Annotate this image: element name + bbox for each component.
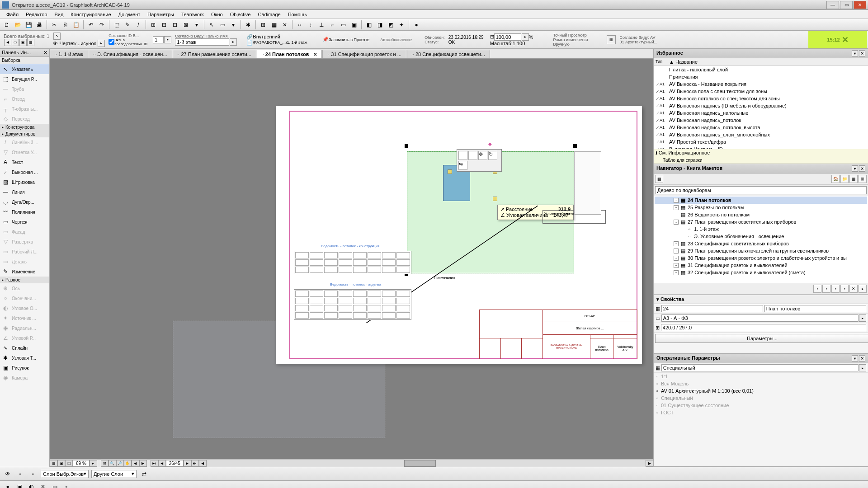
document-tab[interactable]: ▫1. 1-й этаж: [50, 50, 88, 58]
panel-close-icon[interactable]: ✕: [859, 355, 865, 361]
cursor-icon[interactable]: ↖: [207, 20, 217, 30]
tree-item[interactable]: +▦25 Разрезы по потолкам: [655, 204, 867, 211]
panel-opts-icon[interactable]: ▾: [852, 165, 858, 172]
pick-icon[interactable]: ↖: [53, 33, 61, 40]
panel-close-icon[interactable]: ✕: [859, 50, 865, 56]
document-tab[interactable]: ▫27 План размещения освети...: [173, 50, 256, 58]
opparam-item[interactable]: ▫ГОСТ: [654, 409, 868, 416]
tool-item[interactable]: ∿Сплайн: [0, 343, 49, 353]
col-name[interactable]: ▲ Название: [669, 59, 698, 65]
bt5-icon[interactable]: ▭: [50, 482, 60, 488]
print-icon[interactable]: 🖶: [34, 20, 44, 30]
dim3-icon[interactable]: ⊥: [316, 20, 326, 30]
tool5-icon[interactable]: ▭: [217, 20, 227, 30]
ctx-rotate-icon[interactable]: ↻: [488, 151, 497, 160]
seq-checkbox[interactable]: [108, 39, 114, 45]
tree-new3-icon[interactable]: ▫: [831, 285, 840, 293]
favorite-item[interactable]: ⟋A1AV Выносная надпись_напольные: [654, 109, 868, 117]
ctx-btn-icon[interactable]: [468, 151, 477, 160]
special-input[interactable]: [661, 364, 859, 371]
favorite-item[interactable]: ⟋A1Выносная Надпись - ID: [654, 145, 868, 149]
favorite-item[interactable]: ⟋A1AV Простой текст/цифра: [654, 138, 868, 145]
tool7-icon[interactable]: ✱: [243, 20, 253, 30]
tool9-icon[interactable]: ✕: [280, 20, 290, 30]
nav-btn4-icon[interactable]: ⊞: [859, 175, 867, 183]
hscroll-thumb[interactable]: [404, 460, 436, 467]
nav-sel-icon[interactable]: ▣: [19, 39, 27, 46]
zoom-next-icon[interactable]: ▶: [139, 460, 147, 467]
layer3-icon[interactable]: ◩: [386, 20, 396, 30]
prop-id-input[interactable]: [661, 305, 763, 312]
close-button[interactable]: ✕: [854, 1, 866, 9]
zoom-dd-icon[interactable]: ▸: [90, 460, 97, 467]
tool-item[interactable]: ▣Рисунок: [0, 363, 49, 373]
tree-item[interactable]: +▦29 План размещения выключателей на гру…: [655, 247, 867, 254]
menu-конструирование[interactable]: Конструирование: [67, 11, 114, 18]
tree-item[interactable]: ▦26 Ведомость по потолкам: [655, 211, 867, 218]
tree-item[interactable]: +▦31 Спецификация розеток и выключателей: [655, 262, 867, 269]
layer-other-dd[interactable]: Другие Слои▾: [91, 470, 137, 478]
tree-del-icon[interactable]: ✕: [849, 285, 858, 293]
open-icon[interactable]: 📂: [13, 20, 23, 30]
bt3-icon[interactable]: ◐: [26, 482, 36, 488]
tool-item[interactable]: ◡Дуга/Окр...: [0, 197, 49, 207]
layer2-icon[interactable]: ◨: [375, 20, 385, 30]
tool-item[interactable]: ⬚Бегущая Р...: [0, 74, 49, 84]
tree-toggle-icon[interactable]: +: [674, 256, 679, 261]
tree-item[interactable]: ▫Э. Условные обозначения - освещение: [655, 233, 867, 240]
grid-icon[interactable]: ⊞: [258, 20, 268, 30]
layer-opt1-icon[interactable]: ▫: [15, 469, 25, 479]
menu-teamwork[interactable]: Teamwork: [178, 11, 208, 18]
ctx-move-icon[interactable]: ✥: [478, 151, 487, 160]
toolbox-header-construct[interactable]: Конструирова: [0, 124, 49, 131]
zoomout-icon[interactable]: 🔎: [116, 460, 124, 467]
menu-окно[interactable]: Окно: [208, 11, 226, 18]
panel-close-icon[interactable]: ✕: [859, 165, 865, 172]
panel-opts-icon[interactable]: ▾: [852, 50, 858, 56]
menu-помощь[interactable]: Помощь: [284, 11, 311, 18]
handle-icon[interactable]: [405, 144, 408, 148]
view-mode1-icon[interactable]: ▦: [50, 460, 57, 467]
scroll-left-icon[interactable]: ◀: [199, 460, 207, 467]
undo-icon[interactable]: ↶: [86, 20, 96, 30]
document-tab[interactable]: ▫28 Спецификация освещети...: [407, 50, 490, 58]
ctx-btn-icon[interactable]: [458, 151, 467, 160]
nav-btn2-icon[interactable]: 📁: [840, 175, 849, 183]
tree-item[interactable]: -▦24 План потолков: [655, 197, 867, 204]
opparam-item[interactable]: ▫01 Существующее состояние: [654, 402, 868, 409]
tree-item[interactable]: +▦30 План размещения розеток электро и с…: [655, 254, 867, 262]
layer4-icon[interactable]: ✦: [396, 20, 406, 30]
render-icon[interactable]: ●: [411, 20, 421, 30]
menu-objective[interactable]: Objective: [226, 11, 255, 18]
snap4-icon[interactable]: ⊠: [181, 20, 191, 30]
favorite-item[interactable]: ⟋A1AV Выносная надпись_потолок_высота: [654, 124, 868, 131]
tool-item[interactable]: —Линия: [0, 187, 49, 197]
tree-new1-icon[interactable]: ▫: [813, 285, 821, 293]
layer-opt2-icon[interactable]: ▫: [28, 469, 38, 479]
tree-toggle-icon[interactable]: +: [674, 270, 679, 275]
table-link-2[interactable]: Ведомость - потолок - отделка: [330, 282, 381, 286]
floor-dd-icon[interactable]: ▸: [230, 38, 237, 46]
panel-opts-icon[interactable]: ▾: [852, 355, 858, 361]
tree-toggle-icon[interactable]: +: [674, 249, 679, 253]
tree-item[interactable]: -▦27 План размещения осветительных прибо…: [655, 218, 867, 225]
first-icon[interactable]: ⏮: [151, 460, 158, 467]
pencil-icon[interactable]: ✎: [123, 20, 132, 30]
nav-prev-icon[interactable]: ◀: [4, 39, 11, 46]
nav-layout-icon[interactable]: ▦: [27, 39, 34, 46]
prop-format-input[interactable]: [661, 314, 859, 322]
bt2-icon[interactable]: ▣: [14, 482, 24, 488]
dim6-icon[interactable]: ▣: [349, 20, 359, 30]
nav-mode-icon[interactable]: ▦: [655, 175, 663, 183]
bt4-icon[interactable]: ✕: [38, 482, 48, 488]
menu-файл[interactable]: Файл: [3, 11, 22, 18]
nav-btn1-icon[interactable]: 🏠: [831, 175, 840, 183]
document-tab[interactable]: ▫24 План потолков✕: [257, 50, 322, 58]
opparam-item[interactable]: ▫Специальный: [654, 394, 868, 402]
tool6-icon[interactable]: ▾: [228, 20, 238, 30]
dim5-icon[interactable]: ▭: [338, 20, 348, 30]
opparam-item[interactable]: ▫Вся Модель: [654, 380, 868, 387]
draw-label[interactable]: Чертеж...исунок: [59, 41, 96, 46]
menu-cadimage[interactable]: Cadimage: [254, 11, 284, 18]
menu-параметры[interactable]: Параметры: [144, 11, 178, 18]
